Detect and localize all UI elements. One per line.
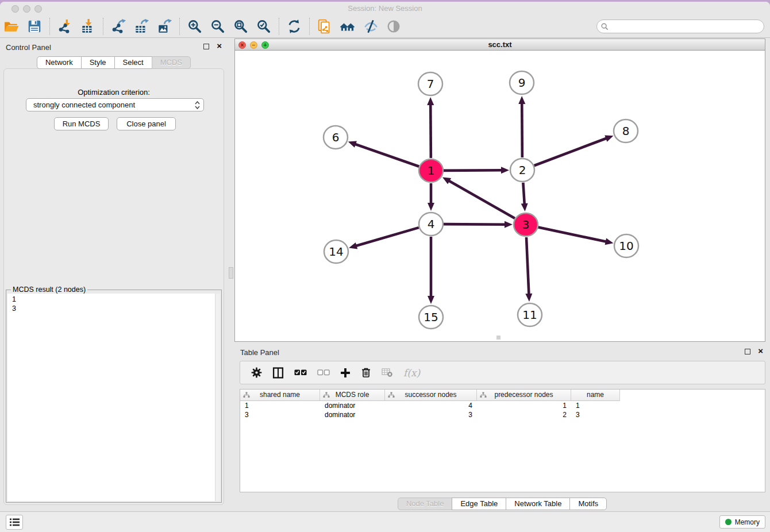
- close-panel-icon[interactable]: ×: [217, 41, 222, 51]
- table-cell[interactable]: 3: [240, 410, 320, 419]
- graph-edge-1-2[interactable]: [444, 170, 503, 171]
- toolbar-separator: [179, 18, 180, 35]
- deselect-all-button[interactable]: [317, 369, 330, 376]
- list-icon: [10, 518, 20, 526]
- graph-edge-4-3[interactable]: [444, 224, 506, 225]
- export-table-button[interactable]: [132, 18, 151, 35]
- first-neighbors-button[interactable]: [338, 18, 357, 35]
- tab-network[interactable]: Network: [37, 56, 82, 69]
- graph-edge-1-7[interactable]: [430, 103, 431, 158]
- network-window: × − + scc.txt 7968124314101511: [234, 38, 765, 342]
- graph-edge-2-3[interactable]: [523, 183, 524, 205]
- delete-column-button[interactable]: [361, 367, 371, 378]
- graph-node-label: 11: [522, 308, 537, 322]
- column-header-predecessor-nodes[interactable]: predecessor nodes: [477, 390, 571, 401]
- search-box[interactable]: [596, 20, 764, 33]
- criterion-dropdown[interactable]: strongly connected component: [26, 98, 204, 111]
- network-graph: 7968124314101511: [235, 51, 765, 341]
- zoom-in-button[interactable]: [185, 18, 205, 35]
- tab-style[interactable]: Style: [81, 56, 115, 69]
- tab-edge-table[interactable]: Edge Table: [452, 498, 506, 510]
- export-image-icon: [157, 19, 172, 34]
- network-window-titlebar[interactable]: × − + scc.txt: [235, 39, 765, 51]
- table-cell[interactable]: dominator: [320, 401, 385, 410]
- zoom-out-button[interactable]: [208, 18, 228, 35]
- graph-node-label: 8: [622, 124, 630, 138]
- column-header-MCDS-role[interactable]: MCDS role: [320, 390, 385, 401]
- tab-node-table[interactable]: Node Table: [398, 498, 453, 510]
- select-all-button[interactable]: [294, 369, 307, 376]
- graph-edge-3-10[interactable]: [538, 228, 607, 242]
- graph-node-label: 15: [424, 310, 438, 324]
- tab-network-table[interactable]: Network Table: [506, 498, 570, 510]
- tab-select[interactable]: Select: [114, 56, 152, 69]
- graph-edge-4-14[interactable]: [355, 228, 419, 246]
- task-history-button[interactable]: [6, 515, 23, 530]
- attribute-type-icon: [388, 392, 395, 398]
- network-canvas[interactable]: 7968124314101511: [235, 51, 765, 341]
- graph-edge-1-6[interactable]: [354, 144, 419, 167]
- save-session-button[interactable]: [25, 18, 44, 35]
- hide-selected-button[interactable]: [361, 18, 380, 35]
- tab-mcds[interactable]: MCDS: [152, 56, 191, 69]
- graph-edge-arrowhead: [428, 203, 434, 211]
- import-table-icon: [80, 19, 95, 34]
- graph-edge-2-9[interactable]: [522, 102, 522, 157]
- table-cell[interactable]: 2: [477, 410, 571, 419]
- toolbar-separator: [103, 18, 103, 35]
- close-panel-icon[interactable]: ×: [758, 346, 763, 356]
- zoom-fit-button[interactable]: [231, 18, 251, 35]
- mcds-result-area[interactable]: 1 3: [7, 294, 220, 501]
- export-network-button[interactable]: [109, 18, 128, 35]
- add-column-button[interactable]: [340, 368, 351, 378]
- tab-motifs[interactable]: Motifs: [569, 498, 607, 510]
- memory-status-icon: [725, 519, 732, 525]
- graph-edge-3-11[interactable]: [526, 237, 529, 295]
- zoom-selected-button[interactable]: [254, 18, 274, 35]
- table-row[interactable]: 3dominator323: [240, 410, 765, 419]
- table-cell[interactable]: 4: [385, 401, 477, 410]
- graph-edge-2-8[interactable]: [534, 138, 608, 165]
- criterion-value: strongly connected component: [33, 101, 135, 109]
- graph-edge-arrowhead: [428, 296, 434, 304]
- column-header-name[interactable]: name: [571, 390, 620, 401]
- open-session-icon: [4, 19, 19, 34]
- import-network-button[interactable]: [55, 18, 75, 35]
- zoom-fit-icon: [233, 19, 248, 34]
- show-hidden-button[interactable]: [384, 18, 403, 35]
- refresh-button[interactable]: [284, 18, 304, 35]
- memory-button[interactable]: Memory: [719, 515, 765, 529]
- result-scrollbar[interactable]: [215, 294, 220, 501]
- columns-button[interactable]: [272, 367, 284, 379]
- search-input[interactable]: [611, 21, 764, 32]
- clone-network-button[interactable]: [315, 18, 334, 35]
- table-cell[interactable]: 1: [571, 401, 620, 410]
- table-cell[interactable]: 1: [240, 401, 320, 410]
- float-panel-icon[interactable]: [203, 44, 209, 49]
- run-mcds-button[interactable]: Run MCDS: [54, 117, 109, 130]
- function-builder-button[interactable]: f(x): [403, 367, 420, 379]
- column-header-successor-nodes[interactable]: successor nodes: [385, 390, 477, 401]
- import-table-button[interactable]: [78, 18, 98, 35]
- app-window: Session: New Session: [0, 2, 770, 532]
- table-cell[interactable]: 3: [385, 410, 477, 419]
- graph-edge-arrowhead: [525, 294, 532, 302]
- graph-edge-arrowhead: [349, 242, 357, 249]
- gear-button[interactable]: [251, 367, 262, 378]
- open-session-button[interactable]: [2, 18, 21, 35]
- control-panel-title: Control Panel: [6, 43, 51, 52]
- splitter-handle[interactable]: [229, 267, 233, 279]
- table-cell[interactable]: 1: [477, 401, 571, 410]
- canvas-resize-handle[interactable]: [496, 336, 500, 340]
- float-panel-icon[interactable]: [745, 349, 750, 354]
- table-cell[interactable]: dominator: [320, 410, 385, 419]
- graph-edge-3-1[interactable]: [448, 180, 515, 218]
- show-hidden-icon: [386, 19, 401, 34]
- export-image-button[interactable]: [155, 18, 174, 35]
- graph-node-label: 2: [519, 163, 526, 177]
- delete-table-button[interactable]: [382, 368, 393, 377]
- column-header-shared-name[interactable]: shared name: [240, 390, 320, 401]
- table-cell[interactable]: 3: [571, 410, 620, 419]
- table-row[interactable]: 1dominator411: [240, 401, 765, 410]
- close-panel-button[interactable]: Close panel: [117, 117, 176, 130]
